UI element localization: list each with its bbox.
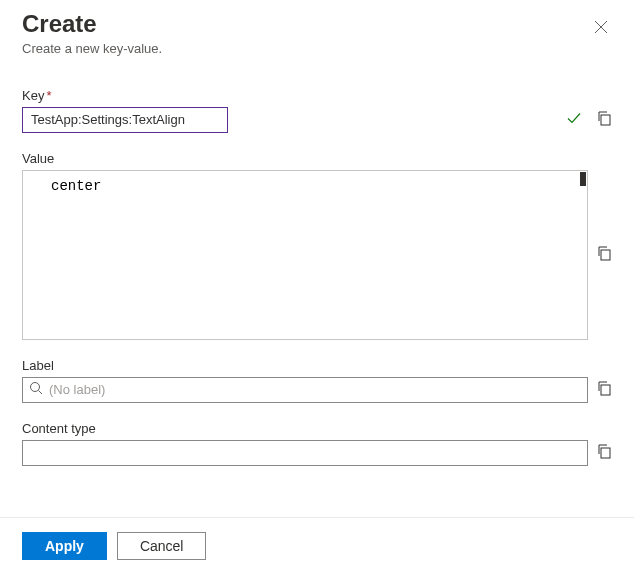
svg-rect-4 xyxy=(601,448,610,458)
key-input[interactable] xyxy=(22,107,228,133)
cancel-button[interactable]: Cancel xyxy=(117,532,207,560)
copy-value-icon[interactable] xyxy=(596,245,612,264)
footer: Apply Cancel xyxy=(0,517,634,574)
page-title: Create xyxy=(22,10,162,39)
copy-content-type-icon[interactable] xyxy=(596,443,612,462)
svg-rect-1 xyxy=(601,250,610,260)
checkmark-icon xyxy=(566,110,582,129)
svg-rect-3 xyxy=(601,385,610,395)
copy-key-icon[interactable] xyxy=(596,110,612,129)
copy-label-icon[interactable] xyxy=(596,380,612,399)
required-marker: * xyxy=(46,88,51,103)
close-icon[interactable] xyxy=(590,16,612,41)
svg-rect-0 xyxy=(601,115,610,125)
svg-point-2 xyxy=(31,383,40,392)
scrollbar[interactable] xyxy=(580,172,586,186)
content-type-input[interactable] xyxy=(22,440,588,466)
content-type-label: Content type xyxy=(22,421,612,436)
search-icon xyxy=(29,381,43,398)
value-textarea[interactable] xyxy=(23,177,587,339)
label-input[interactable] xyxy=(49,378,581,402)
page-subtitle: Create a new key-value. xyxy=(22,41,162,56)
value-label: Value xyxy=(22,151,612,166)
apply-button[interactable]: Apply xyxy=(22,532,107,560)
key-label: Key* xyxy=(22,88,612,103)
label-field-label: Label xyxy=(22,358,612,373)
